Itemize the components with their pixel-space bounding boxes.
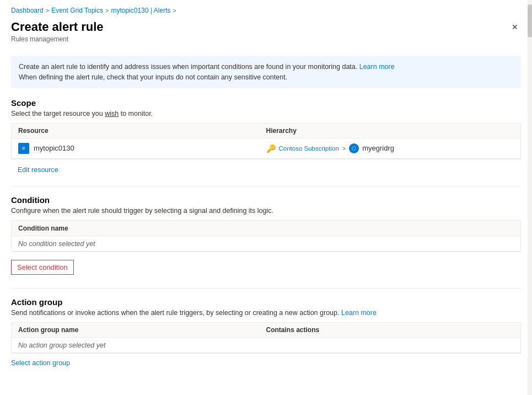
scope-table: Resource Hierarchy ≡ mytopic0130 🔑 Conto…: [11, 123, 521, 159]
scope-desc-after: to monitor.: [119, 110, 153, 118]
scope-desc-before: Select the target resource you: [11, 110, 105, 118]
header-row: Create alert rule Rules management ×: [0, 18, 532, 43]
chevron-icon: >: [342, 145, 346, 152]
condition-table-divider: [12, 251, 520, 252]
breadcrumb-event-grid[interactable]: Event Grid Topics: [51, 7, 103, 14]
no-condition-text: No condition selected yet: [18, 237, 95, 251]
scope-description: Select the target resource you wish to m…: [11, 110, 521, 118]
breadcrumb-dashboard[interactable]: Dashboard: [11, 7, 44, 14]
ag-table-divider: [12, 353, 520, 353]
info-text-before: Create an alert rule to identify and add…: [19, 63, 359, 71]
edit-resource-link[interactable]: Edit resource: [11, 163, 65, 177]
subscription-label[interactable]: Contoso Subscription: [279, 145, 339, 152]
scrollbar-thumb[interactable]: [528, 4, 532, 38]
condition-no-item-row: No condition selected yet: [12, 236, 520, 251]
resource-icon: ≡: [18, 143, 29, 154]
resource-group-name: myegridrg: [362, 144, 394, 152]
breadcrumb: Dashboard > Event Grid Topics > mytopic0…: [0, 0, 532, 18]
resource-name: mytopic0130: [34, 144, 74, 152]
select-action-group-link[interactable]: Select action group: [11, 357, 70, 369]
breadcrumb-sep-3: >: [173, 7, 176, 14]
page-title: Create alert rule: [11, 20, 104, 34]
action-group-section: Action group Send notifications or invok…: [11, 297, 521, 369]
ag-desc-before: Send notifications or invoke actions whe…: [11, 309, 341, 317]
breadcrumb-sep-1: >: [46, 7, 49, 14]
scope-section: Scope Select the target resource you wis…: [11, 98, 521, 177]
scope-col-resource: Resource: [18, 127, 266, 135]
info-second-line: When defining the alert rule, check that…: [19, 73, 287, 81]
key-icon: 🔑: [266, 144, 276, 153]
no-ag-text: No action group selected yet: [18, 338, 105, 353]
info-learn-more-link[interactable]: Learn more: [359, 63, 395, 71]
condition-table: Condition name No condition selected yet: [11, 220, 521, 252]
info-box: Create an alert rule to identify and add…: [11, 56, 521, 88]
resource-group-icon: ⬡: [349, 143, 359, 153]
hierarchy-cell: 🔑 Contoso Subscription > ⬡ myegridrg: [266, 143, 514, 153]
ag-learn-more-link[interactable]: Learn more: [341, 309, 377, 317]
scope-table-row: ≡ mytopic0130 🔑 Contoso Subscription > ⬡…: [12, 138, 520, 159]
header-left: Create alert rule Rules management: [11, 20, 104, 43]
action-group-title: Action group: [11, 297, 521, 307]
scope-table-header: Resource Hierarchy: [12, 124, 520, 138]
scope-title: Scope: [11, 98, 521, 108]
condition-title: Condition: [11, 195, 521, 205]
condition-section: Condition Configure when the alert rule …: [11, 195, 521, 279]
ag-no-item-row: No action group selected yet: [12, 338, 520, 353]
breadcrumb-sep-2: >: [105, 7, 109, 14]
ag-col-contains: Contains actions: [266, 326, 514, 334]
scrollbar-track[interactable]: [528, 0, 532, 395]
action-group-description: Send notifications or invoke actions whe…: [11, 309, 521, 317]
content-area: Create an alert rule to identify and add…: [0, 43, 532, 387]
condition-action-divider: [11, 288, 521, 289]
scope-col-hierarchy: Hierarchy: [266, 127, 514, 135]
action-group-table: Action group name Contains actions No ac…: [11, 322, 521, 354]
close-button[interactable]: ×: [508, 20, 521, 34]
select-condition-button[interactable]: Select condition: [11, 260, 74, 275]
breadcrumb-alerts[interactable]: mytopic0130 | Alerts: [111, 7, 170, 14]
page-container: Dashboard > Event Grid Topics > mytopic0…: [0, 0, 532, 395]
scope-desc-wish: wish: [105, 110, 119, 118]
resource-cell: ≡ mytopic0130: [18, 143, 266, 154]
condition-col-name: Condition name: [18, 225, 68, 232]
action-group-table-header: Action group name Contains actions: [12, 323, 520, 338]
scope-condition-divider: [11, 186, 521, 186]
condition-table-header: Condition name: [12, 221, 520, 236]
page-subtitle: Rules management: [11, 35, 104, 43]
condition-description: Configure when the alert rule should tri…: [11, 207, 521, 215]
ag-col-name: Action group name: [18, 326, 266, 334]
